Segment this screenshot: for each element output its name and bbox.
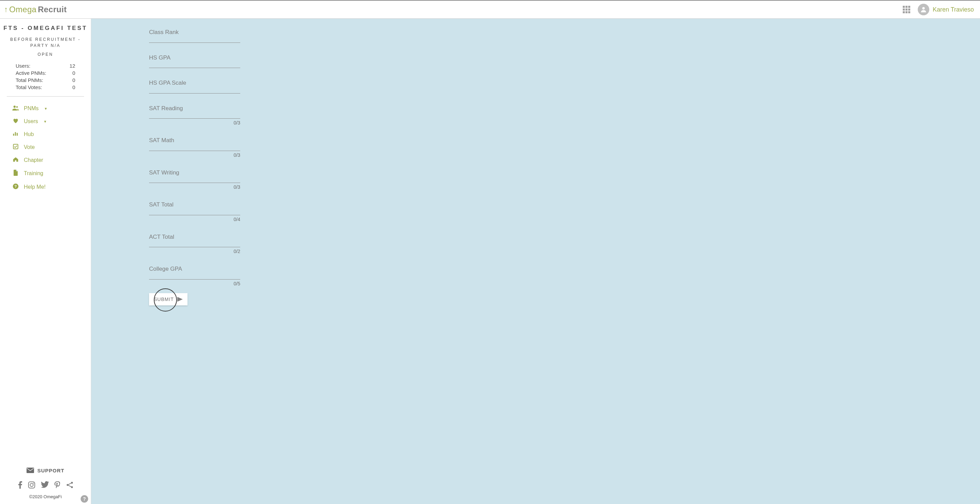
counter-sat-total: 0/4 (149, 217, 240, 222)
nav-chapter[interactable]: Chapter (12, 154, 79, 166)
person-icon (920, 6, 927, 13)
stat-total-pnm-value: 0 (73, 77, 75, 83)
nav-help-label: Help Me! (24, 184, 46, 190)
svg-point-2 (16, 106, 18, 108)
input-sat-math[interactable] (149, 145, 240, 151)
input-class-rank[interactable] (149, 37, 240, 43)
heart-icon (12, 118, 19, 125)
submit-button[interactable]: SUBMIT (149, 293, 188, 305)
svg-rect-9 (27, 468, 34, 473)
label-sat-math: SAT Math (149, 137, 240, 144)
sidebar: FTS - OMEGAFI TEST BEFORE RECRUITMENT - … (0, 19, 91, 504)
mail-icon (27, 468, 34, 473)
facebook-icon[interactable] (18, 481, 22, 491)
share-icon[interactable] (66, 481, 73, 491)
counter-sat-writing: 0/3 (149, 184, 240, 190)
caret-down-icon: ▼ (43, 120, 47, 124)
logo-arrow-icon: ↑ (4, 6, 8, 13)
send-icon (177, 297, 183, 302)
people-icon (12, 105, 19, 112)
main-content: Class Rank HS GPA HS GPA Scale SAT Readi… (91, 19, 980, 504)
help-fab[interactable]: ? (81, 495, 88, 502)
logo-word-2: Recruit (38, 5, 67, 14)
nav-users-label: Users (24, 118, 38, 124)
field-sat-math: SAT Math 0/3 (149, 137, 240, 158)
nav-vote-label: Vote (24, 144, 35, 150)
nav-users[interactable]: Users ▼ (12, 115, 79, 128)
stat-total-votes-label: Total Votes: (16, 84, 42, 90)
counter-act-total: 0/2 (149, 249, 240, 254)
label-hs-gpa-scale: HS GPA Scale (149, 79, 240, 86)
counter-college-gpa: 0/5 (149, 281, 240, 286)
sidebar-separator (7, 96, 84, 97)
nav-vote[interactable]: Vote (12, 141, 79, 154)
nav-training[interactable]: Training (12, 166, 79, 180)
sidebar-nav: PNMs ▼ Users ▼ Hub Vote (0, 102, 91, 194)
stat-active-label: Active PNMs: (16, 70, 46, 76)
field-class-rank: Class Rank (149, 29, 240, 43)
stat-active-value: 0 (73, 70, 75, 76)
support-label: SUPPORT (37, 468, 65, 473)
stat-users-value: 12 (69, 63, 75, 69)
field-hs-gpa: HS GPA (149, 54, 240, 68)
svg-text:?: ? (14, 184, 17, 189)
stat-total-votes-value: 0 (73, 84, 75, 90)
nav-pnms[interactable]: PNMs ▼ (12, 102, 79, 115)
svg-rect-10 (28, 482, 34, 488)
svg-rect-3 (13, 134, 14, 136)
svg-point-0 (922, 7, 924, 10)
checkbox-icon (12, 144, 19, 151)
label-sat-total: SAT Total (149, 201, 240, 208)
pinterest-icon[interactable] (54, 481, 60, 491)
field-act-total: ACT Total 0/2 (149, 234, 240, 254)
svg-point-1 (14, 106, 16, 108)
input-college-gpa[interactable] (149, 273, 240, 279)
svg-point-12 (33, 483, 34, 483)
counter-sat-reading: 0/3 (149, 120, 240, 125)
input-sat-reading[interactable] (149, 113, 240, 119)
svg-rect-4 (15, 132, 16, 136)
svg-rect-5 (17, 133, 18, 136)
label-sat-writing: SAT Writing (149, 170, 240, 176)
user-avatar[interactable] (918, 4, 929, 15)
copyright: ©2020 OmegaFi (0, 494, 91, 499)
sidebar-subtitle: BEFORE RECRUITMENT - PARTY N/A (0, 36, 91, 49)
input-sat-writing[interactable] (149, 177, 240, 183)
input-act-total[interactable] (149, 241, 240, 247)
input-hs-gpa-scale[interactable] (149, 87, 240, 94)
field-sat-reading: SAT Reading 0/3 (149, 105, 240, 126)
academic-form: Class Rank HS GPA HS GPA Scale SAT Readi… (149, 29, 240, 305)
input-sat-total[interactable] (149, 209, 240, 215)
twitter-icon[interactable] (41, 481, 49, 491)
field-college-gpa: College GPA 0/5 (149, 266, 240, 286)
document-icon (12, 170, 19, 177)
sidebar-stats: Users:12 Active PNMs:0 Total PNMs:0 Tota… (0, 63, 91, 92)
field-sat-total: SAT Total 0/4 (149, 201, 240, 222)
instagram-icon[interactable] (28, 481, 35, 491)
nav-chapter-label: Chapter (24, 157, 43, 163)
stat-total-pnm-label: Total PNMs: (16, 77, 43, 83)
label-sat-reading: SAT Reading (149, 105, 240, 112)
input-hs-gpa[interactable] (149, 62, 240, 68)
nav-help[interactable]: ? Help Me! (12, 180, 79, 194)
nav-hub[interactable]: Hub (12, 128, 79, 141)
sidebar-title: FTS - OMEGAFI TEST (0, 25, 91, 32)
social-links (0, 481, 91, 491)
nav-pnms-label: PNMs (24, 105, 39, 111)
caret-down-icon: ▼ (44, 107, 48, 111)
submit-label: SUBMIT (154, 296, 174, 302)
app-logo[interactable]: ↑ OmegaRecruit (4, 5, 67, 14)
label-act-total: ACT Total (149, 234, 240, 241)
label-college-gpa: College GPA (149, 266, 240, 273)
sidebar-status: OPEN (0, 52, 91, 57)
nav-hub-label: Hub (24, 131, 34, 137)
home-icon (12, 157, 19, 163)
top-bar: ↑ OmegaRecruit Karen Travieso (0, 0, 980, 19)
nav-training-label: Training (24, 170, 43, 176)
apps-grid-icon[interactable] (903, 6, 910, 13)
bar-chart-icon (12, 131, 19, 138)
username-label[interactable]: Karen Travieso (933, 6, 974, 13)
logo-word-1: Omega (9, 5, 37, 14)
label-class-rank: Class Rank (149, 29, 240, 36)
support-button[interactable]: SUPPORT (27, 468, 65, 473)
